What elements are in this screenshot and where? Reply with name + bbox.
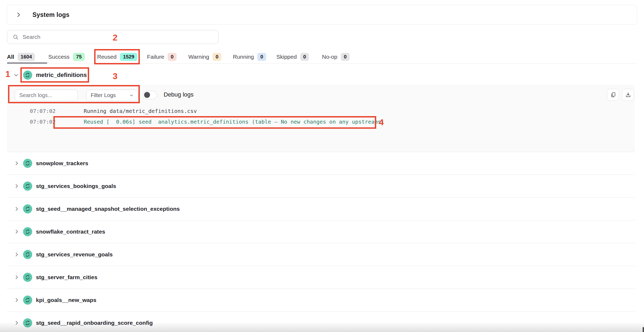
node-name: snowflake_contract_rates — [36, 228, 105, 235]
log-message: Running data/metric_definitions.csv — [84, 108, 197, 114]
reused-refresh-icon — [23, 296, 32, 305]
chevron-down-icon — [129, 93, 134, 98]
log-timestamp: 07:07:02 — [30, 119, 56, 125]
node-row-snowflake_contract_rates[interactable]: snowflake_contract_rates — [7, 220, 635, 243]
tab-failure[interactable]: Failure 0 — [147, 50, 177, 64]
tab-label: All — [7, 54, 14, 60]
log-panel: Filter Logs Debug logs 07:07:02 Running … — [7, 85, 635, 152]
node-row-stg_services_bookings_goals[interactable]: stg_services_bookings_goals — [7, 175, 635, 198]
global-search — [7, 30, 218, 44]
tab-count-badge: 0 — [213, 53, 221, 61]
node-name: snowplow_trackers — [36, 160, 88, 167]
node-name: stg_seed__managed_snapshot_selection_exc… — [36, 206, 180, 212]
tab-count-badge: 1529 — [120, 53, 137, 61]
node-name: stg_services_bookings_goals — [36, 183, 116, 189]
tab-count-badge: 1604 — [18, 53, 35, 61]
node-row-snowplow_trackers[interactable]: snowplow_trackers — [7, 152, 635, 175]
chevron-right-icon — [14, 161, 19, 166]
system-logs-header[interactable]: System logs — [7, 5, 637, 25]
chevron-right-icon — [14, 252, 19, 257]
chevron-down-icon — [13, 72, 19, 78]
reused-refresh-icon — [23, 273, 32, 282]
tab-count-badge: 0 — [341, 53, 350, 61]
chevron-right-icon — [14, 229, 19, 234]
reused-refresh-icon — [23, 71, 32, 80]
reused-refresh-icon — [23, 182, 32, 191]
tab-count-badge: 0 — [168, 53, 177, 61]
copy-icon — [610, 92, 616, 98]
corner-mark — [643, 327, 644, 332]
reused-refresh-icon — [23, 227, 32, 236]
chevron-right-icon — [15, 12, 22, 18]
chevron-right-icon — [14, 206, 19, 212]
tab-label: Skipped — [276, 54, 297, 60]
debug-logs-toggle[interactable] — [143, 91, 157, 99]
toggle-knob — [144, 92, 150, 98]
node-row-stg_seed__rapid_onboarding_score_config[interactable]: stg_seed__rapid_onboarding_score_config — [7, 312, 635, 332]
chevron-right-icon — [14, 183, 19, 189]
tab-warning[interactable]: Warning 0 — [188, 50, 221, 64]
tab-label: Running — [233, 54, 254, 60]
page-title: System logs — [32, 11, 69, 19]
tab-no-op[interactable]: No-op 0 — [322, 50, 350, 64]
node-name: stg_services_revenue_goals — [36, 251, 113, 258]
tab-running[interactable]: Running 0 — [233, 50, 266, 64]
node-row-kpi_goals__new_waps[interactable]: kpi_goals__new_waps — [7, 289, 635, 312]
tab-reused[interactable]: Reused 1529 — [97, 50, 137, 64]
debug-logs-label: Debug logs — [164, 91, 193, 98]
tab-count-badge: 0 — [257, 53, 266, 61]
filter-logs-select[interactable]: Filter Logs — [86, 90, 138, 101]
node-name: stg_seed__rapid_onboarding_score_config — [36, 320, 153, 326]
node-name: stg_server_farm_cities — [36, 274, 97, 281]
tab-label: No-op — [322, 54, 337, 60]
chevron-right-icon — [14, 320, 19, 326]
node-row-metric-definitions[interactable]: metric_definitions — [7, 67, 635, 83]
node-name: metric_definitions — [36, 72, 87, 79]
node-list: snowplow_trackers stg_services_bookings_… — [7, 152, 635, 332]
log-timestamp: 07:07:02 — [30, 108, 56, 114]
node-row-stg_server_farm_cities[interactable]: stg_server_farm_cities — [7, 266, 635, 289]
download-logs-button[interactable] — [622, 89, 634, 101]
tab-success[interactable]: Success 75 — [48, 50, 85, 64]
node-row-stg_services_revenue_goals[interactable]: stg_services_revenue_goals — [7, 243, 635, 266]
download-icon — [625, 92, 631, 98]
search-icon — [13, 34, 19, 40]
tab-count-badge: 75 — [73, 53, 85, 61]
reused-refresh-icon — [23, 250, 32, 259]
tab-label: Warning — [188, 54, 209, 60]
tab-count-badge: 0 — [300, 53, 309, 61]
log-message: Reused [ 0.06s] seed analytics.metric_de… — [84, 119, 384, 125]
status-tabs: All 1604 Success 75 Reused 1529 Failure … — [7, 50, 637, 64]
node-name: kpi_goals__new_waps — [36, 297, 96, 303]
copy-logs-button[interactable] — [607, 89, 619, 101]
tab-label: Reused — [97, 54, 116, 60]
tab-label: Failure — [147, 54, 164, 60]
reused-refresh-icon — [23, 204, 32, 213]
filter-logs-label: Filter Logs — [91, 92, 116, 98]
node-row-stg_seed__managed_snapshot_selection_exceptions[interactable]: stg_seed__managed_snapshot_selection_exc… — [7, 198, 635, 220]
tab-label: Success — [48, 54, 69, 60]
tab-skipped[interactable]: Skipped 0 — [276, 50, 309, 64]
reused-refresh-icon — [23, 318, 32, 327]
reused-refresh-icon — [23, 159, 32, 168]
chevron-right-icon — [14, 297, 19, 303]
search-input[interactable] — [23, 34, 213, 40]
log-search-input[interactable] — [15, 90, 78, 101]
tab-all[interactable]: All 1604 — [7, 50, 35, 64]
chevron-right-icon — [14, 275, 19, 280]
